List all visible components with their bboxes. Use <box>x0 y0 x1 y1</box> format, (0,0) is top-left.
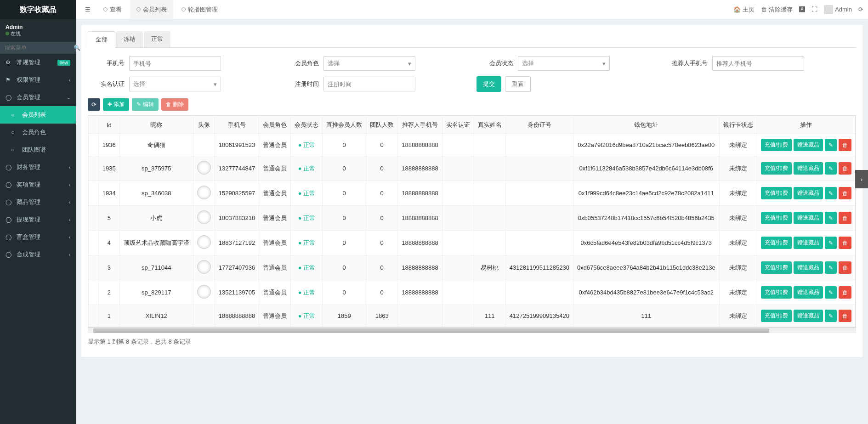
header-tab-banner[interactable]: 轮播图管理 <box>175 0 224 19</box>
menu-search-input[interactable] <box>5 45 74 51</box>
recharge-button[interactable]: 充值/扣费 <box>761 310 792 322</box>
sidebar-item-member-list[interactable]: ○会员列表 <box>0 106 76 124</box>
panel-tab-all[interactable]: 全部 <box>88 31 115 48</box>
hamburger-icon[interactable]: ☰ <box>80 6 95 13</box>
table-header[interactable]: Id <box>98 116 119 134</box>
table-row[interactable]: 1XILIN1218888888888普通会员正常185918631114127… <box>89 305 856 327</box>
table-header[interactable]: 团队人数 <box>366 116 398 134</box>
gift-button[interactable]: 赠送藏品 <box>794 212 823 224</box>
sidebar-item-member[interactable]: ◯会员管理⌄ <box>0 89 76 106</box>
panel-tab-normal[interactable]: 正常 <box>144 31 170 47</box>
refresh-button[interactable]: ⟳ <box>88 98 100 111</box>
table-row[interactable]: 1934sp_34603815290825597普通会员正常0018888888… <box>89 181 856 206</box>
recharge-button[interactable]: 充值/扣费 <box>761 187 792 199</box>
recharge-button[interactable]: 充值/扣费 <box>761 162 792 175</box>
table-row[interactable]: 4顶级艺术品收藏咖高宇泽18837127192普通会员正常00188888888… <box>89 231 856 255</box>
row-edit-button[interactable]: ✎ <box>825 162 837 175</box>
gift-button[interactable]: 赠送藏品 <box>794 286 823 299</box>
sidebar-item-synthesis[interactable]: ◯合成管理‹ <box>0 246 76 263</box>
gift-button[interactable]: 赠送藏品 <box>794 237 823 249</box>
table-header[interactable]: 银行卡状态 <box>719 116 757 134</box>
row-edit-button[interactable]: ✎ <box>825 237 837 249</box>
row-delete-button[interactable]: 🗑 <box>839 212 851 224</box>
filters: 手机号 会员角色选择▾ 会员状态选择▾ 推荐人手机号 实名认证选择▾ 注册时间 … <box>88 56 856 92</box>
row-edit-button[interactable]: ✎ <box>825 261 837 274</box>
table-header[interactable]: 会员角色 <box>259 116 291 134</box>
gift-button[interactable]: 赠送藏品 <box>794 187 823 199</box>
submit-button[interactable]: 提交 <box>477 76 501 92</box>
gift-button[interactable]: 赠送藏品 <box>794 162 823 175</box>
recharge-button[interactable]: 充值/扣费 <box>761 212 792 224</box>
gift-button[interactable]: 赠送藏品 <box>794 310 823 322</box>
filter-realname-select[interactable]: 选择▾ <box>129 77 221 91</box>
row-delete-button[interactable]: 🗑 <box>839 286 851 299</box>
table-header[interactable]: 推荐人手机号 <box>398 116 443 134</box>
clear-cache-link[interactable]: 🗑 清除缓存 <box>761 6 793 14</box>
menu-search[interactable]: 🔍 <box>0 42 76 54</box>
row-delete-button[interactable]: 🗑 <box>839 237 851 249</box>
col-checkbox[interactable] <box>89 116 99 134</box>
table-header[interactable]: 操作 <box>757 116 855 134</box>
row-edit-button[interactable]: ✎ <box>825 139 837 151</box>
gift-button[interactable]: 赠送藏品 <box>794 261 823 274</box>
panel-tab-frozen[interactable]: 冻结 <box>116 31 143 47</box>
add-button[interactable]: ✚ 添加 <box>103 98 129 111</box>
header-tab-view[interactable]: 查看 <box>97 0 128 19</box>
sidebar-item-award[interactable]: ◯奖项管理‹ <box>0 176 76 193</box>
edit-button[interactable]: ✎ 编辑 <box>132 98 158 111</box>
lang-icon[interactable]: 🅰 <box>799 6 805 13</box>
row-delete-button[interactable]: 🗑 <box>839 310 851 322</box>
fullscreen-icon[interactable]: ⛶ <box>811 6 817 13</box>
filter-role-select[interactable]: 选择▾ <box>323 56 415 71</box>
recharge-button[interactable]: 充值/扣费 <box>761 261 792 274</box>
recharge-button[interactable]: 充值/扣费 <box>761 237 792 249</box>
sidebar-item-withdraw[interactable]: ◯提现管理‹ <box>0 211 76 228</box>
table-row[interactable]: 2sp_82911713521139705普通会员正常0018888888888… <box>89 280 856 305</box>
table-header[interactable]: 手机号 <box>215 116 259 134</box>
recharge-button[interactable]: 充值/扣费 <box>761 139 792 151</box>
admin-menu[interactable]: Admin <box>824 5 852 14</box>
filter-phone-input[interactable] <box>129 56 221 71</box>
row-edit-button[interactable]: ✎ <box>825 187 837 199</box>
table-header[interactable]: 会员状态 <box>291 116 323 134</box>
sidebar-item-member-role[interactable]: ○会员角色 <box>0 124 76 141</box>
sidebar-item-general[interactable]: ⚙常规管理new <box>0 54 76 71</box>
sidebar-item-blindbox[interactable]: ◯盲盒管理‹ <box>0 228 76 246</box>
sidebar-item-collection[interactable]: ◯藏品管理‹ <box>0 193 76 211</box>
table-header[interactable]: 直推会员人数 <box>323 116 366 134</box>
sidebar-item-finance[interactable]: ◯财务管理‹ <box>0 158 76 176</box>
table-header[interactable]: 实名认证 <box>442 116 474 134</box>
row-delete-button[interactable]: 🗑 <box>839 187 851 199</box>
table-header[interactable]: 钱包地址 <box>573 116 719 134</box>
table-row[interactable]: 5小虎18037883218普通会员正常00188888888880xb0553… <box>89 206 856 231</box>
row-edit-button[interactable]: ✎ <box>825 310 837 322</box>
filter-status-select[interactable]: 选择▾ <box>518 56 610 71</box>
table-header[interactable]: 身份证号 <box>505 116 573 134</box>
horizontal-scrollbar[interactable] <box>88 328 856 333</box>
refresh-icon[interactable]: ⟳ <box>858 6 863 13</box>
delete-button[interactable]: 🗑 删除 <box>161 98 188 111</box>
table-row[interactable]: 1936奇偶猫18061991523普通会员正常00188888888880x2… <box>89 134 856 156</box>
row-delete-button[interactable]: 🗑 <box>839 139 851 151</box>
table-header[interactable]: 真实姓名 <box>474 116 505 134</box>
reset-button[interactable]: 重置 <box>505 76 531 92</box>
header-tab-member-list[interactable]: 会员列表 <box>130 0 173 19</box>
table-header[interactable]: 头像 <box>193 116 215 134</box>
side-panel-handle[interactable]: › <box>855 170 868 188</box>
sidebar-item-team-graph[interactable]: ○团队图谱 <box>0 141 76 158</box>
recharge-button[interactable]: 充值/扣费 <box>761 286 792 299</box>
table-row[interactable]: 3sp_71104417727407936普通会员正常0018888888888… <box>89 255 856 280</box>
row-edit-button[interactable]: ✎ <box>825 212 837 224</box>
table-row[interactable]: 1935sp_37597513277744847普通会员正常0018888888… <box>89 156 856 181</box>
filter-referrer-input[interactable] <box>712 56 804 71</box>
row-delete-button[interactable]: 🗑 <box>839 162 851 175</box>
row-delete-button[interactable]: 🗑 <box>839 261 851 274</box>
gift-button[interactable]: 赠送藏品 <box>794 139 823 151</box>
filter-realname-label: 实名认证 <box>88 80 129 88</box>
sidebar-item-permission[interactable]: ⚑权限管理‹ <box>0 71 76 89</box>
status-badge: 正常 <box>298 215 315 221</box>
filter-regtime-input[interactable] <box>323 77 415 91</box>
row-edit-button[interactable]: ✎ <box>825 286 837 299</box>
home-link[interactable]: 🏠 主页 <box>733 6 755 14</box>
table-header[interactable]: 昵称 <box>119 116 193 134</box>
